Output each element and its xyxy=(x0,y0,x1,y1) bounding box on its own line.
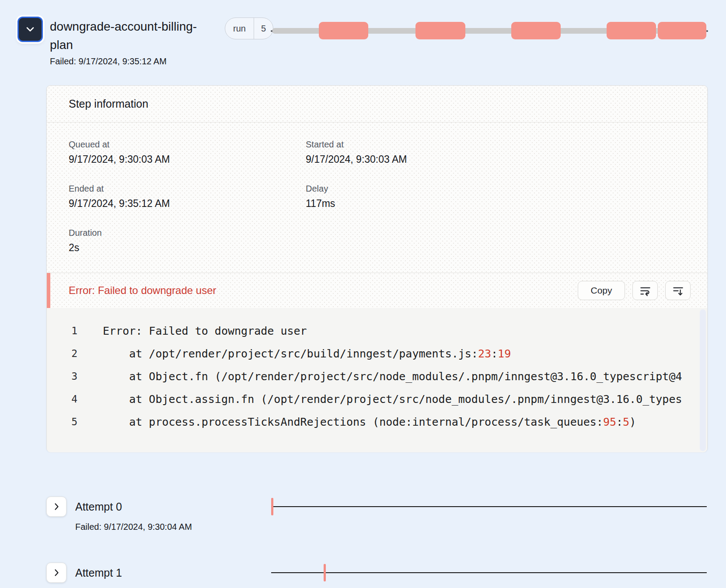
line-number: 1 xyxy=(60,325,77,336)
run-badge-label: run xyxy=(225,18,254,39)
field-value: 9/17/2024, 9:30:03 AM xyxy=(306,153,685,166)
line-number: 2 xyxy=(60,348,77,359)
vertical-scrollbar[interactable] xyxy=(700,309,706,451)
attempt-timeline xyxy=(271,506,707,507)
attempt-section: Attempt 1 xyxy=(46,563,707,583)
attempt-row: Attempt 0 xyxy=(46,497,707,517)
attempt-row: Attempt 1 xyxy=(46,563,707,583)
step-fields: Queued at 9/17/2024, 9:30:03 AM Started … xyxy=(47,122,707,273)
timeline-segment[interactable] xyxy=(607,22,656,39)
scroll-to-bottom-button[interactable] xyxy=(665,281,691,300)
step-field: Delay 117ms xyxy=(306,183,685,210)
attempt-label: Attempt 0 xyxy=(75,500,122,513)
stack-trace-line: 1 Error: Failed to downgrade user xyxy=(47,319,707,342)
attempt-failure-tick xyxy=(271,498,273,515)
line-number: 4 xyxy=(60,393,77,405)
attempt-status: Failed: 9/17/2024, 9:30:04 AM xyxy=(75,522,707,532)
attempt-label: Attempt 1 xyxy=(75,567,122,579)
field-label: Ended at xyxy=(69,183,306,194)
run-badge: run 5 xyxy=(225,18,273,39)
field-value: 9/17/2024, 9:35:12 AM xyxy=(69,197,306,210)
field-label: Queued at xyxy=(69,139,306,150)
attempt-timeline xyxy=(271,572,707,573)
stack-trace-line: 5 at process.processTicksAndRejections (… xyxy=(47,410,707,433)
attempt-expand-button[interactable] xyxy=(46,563,66,583)
field-value: 9/17/2024, 9:30:03 AM xyxy=(69,153,306,166)
step-status: Failed: 9/17/2024, 9:35:12 AM xyxy=(50,56,216,66)
field-label: Started at xyxy=(306,139,685,150)
card-title: Step information xyxy=(47,86,707,122)
line-number: 5 xyxy=(60,416,77,427)
step-field: Started at 9/17/2024, 9:30:03 AM xyxy=(306,139,685,166)
field-value: 2s xyxy=(69,241,306,254)
error-accent-bar xyxy=(47,273,50,308)
chevron-right-icon xyxy=(54,569,59,577)
copy-button[interactable]: Copy xyxy=(578,281,625,300)
scroll-to-bottom-icon xyxy=(672,285,684,297)
error-actions: Copy xyxy=(578,281,691,300)
run-timeline-track xyxy=(272,28,707,34)
step-field: Queued at 9/17/2024, 9:30:03 AM xyxy=(69,139,306,166)
line-text: at Object.fn (/opt/render/project/src/no… xyxy=(103,370,707,383)
attempt-failure-tick xyxy=(324,564,326,581)
timeline-segment[interactable] xyxy=(415,22,465,39)
error-message: Error: Failed to downgrade user xyxy=(69,284,578,297)
chevron-down-icon xyxy=(26,27,35,32)
wrap-text-button[interactable] xyxy=(632,281,658,300)
step-title: downgrade-account-billing-plan xyxy=(50,18,216,54)
line-text: at /opt/render/project/src/build/inngest… xyxy=(103,347,707,360)
stack-trace-block: 1 Error: Failed to downgrade user 2 at /… xyxy=(47,308,707,452)
line-text: at process.processTicksAndRejections (no… xyxy=(103,416,707,428)
run-badge-count: 5 xyxy=(254,18,273,39)
step-header: downgrade-account-billing-plan Failed: 9… xyxy=(50,18,216,66)
step-information-card: Step information Queued at 9/17/2024, 9:… xyxy=(46,85,708,452)
collapse-step-button[interactable] xyxy=(17,17,43,42)
timeline-segment[interactable] xyxy=(511,22,561,39)
wrap-text-icon xyxy=(639,285,651,297)
timeline-segment[interactable] xyxy=(319,22,368,39)
attempt-section: Attempt 0 Failed: 9/17/2024, 9:30:04 AM xyxy=(46,497,707,532)
timeline-segment[interactable] xyxy=(658,22,706,39)
step-field: Duration 2s xyxy=(69,228,306,254)
field-label: Delay xyxy=(306,183,685,194)
line-text: Error: Failed to downgrade user xyxy=(103,325,707,337)
error-header-row: Error: Failed to downgrade user Copy xyxy=(47,273,707,308)
stack-trace-line: 4 at Object.assign.fn (/opt/render/proje… xyxy=(47,388,707,410)
line-text: at Object.assign.fn (/opt/render/project… xyxy=(103,393,707,406)
stack-trace-line: 3 at Object.fn (/opt/render/project/src/… xyxy=(47,365,707,388)
step-details-page: downgrade-account-billing-plan Failed: 9… xyxy=(0,0,726,588)
attempt-expand-button[interactable] xyxy=(46,497,66,517)
stack-trace-line: 2 at /opt/render/project/src/build/innge… xyxy=(47,342,707,365)
field-label: Duration xyxy=(69,228,306,238)
step-field: Ended at 9/17/2024, 9:35:12 AM xyxy=(69,183,306,210)
line-number: 3 xyxy=(60,371,77,382)
field-value: 117ms xyxy=(306,197,685,210)
chevron-right-icon xyxy=(54,503,59,511)
